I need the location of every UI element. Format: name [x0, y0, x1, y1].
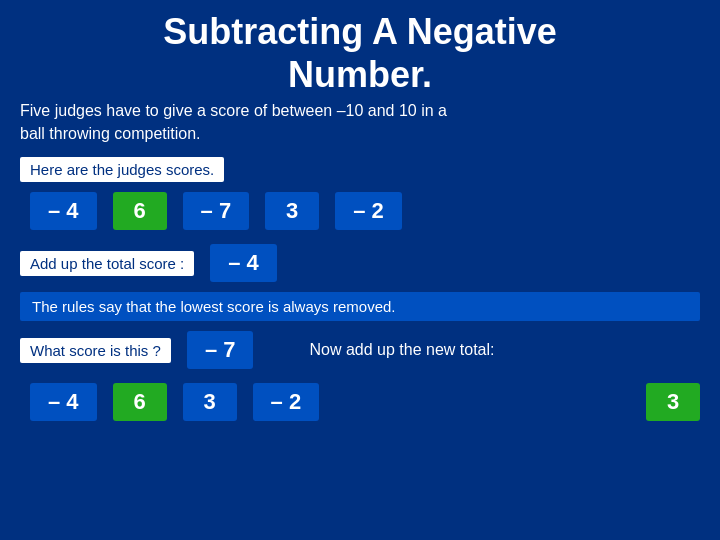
new-total-box: 3: [646, 383, 700, 421]
remaining-score-1: – 4: [30, 383, 97, 421]
judges-scores-label: Here are the judges scores.: [20, 157, 224, 182]
what-score-row: What score is this ? – 7 Now add up the …: [20, 331, 700, 369]
score-box-4: 3: [265, 192, 319, 230]
judges-scores-section: Here are the judges scores. – 4 6 – 7 3 …: [20, 157, 700, 234]
remaining-score-3: 3: [183, 383, 237, 421]
score-box-3: – 7: [183, 192, 250, 230]
score-box-2: 6: [113, 192, 167, 230]
page-container: Subtracting A Negative Number. Five judg…: [0, 0, 720, 540]
subtitle-line2: ball throwing competition.: [20, 125, 201, 142]
title-line2: Number.: [288, 54, 432, 95]
rules-bar: The rules say that the lowest score is a…: [20, 292, 700, 321]
now-add-label: Now add up the new total:: [309, 341, 494, 359]
bottom-row: – 4 6 3 – 2 3: [20, 383, 700, 421]
total-label: Add up the total score :: [20, 251, 194, 276]
judges-scores-row: – 4 6 – 7 3 – 2: [30, 192, 700, 230]
remaining-scores-row: – 4 6 3 – 2: [30, 383, 319, 421]
title-line1: Subtracting A Negative: [163, 11, 556, 52]
what-score-label: What score is this ?: [20, 338, 171, 363]
new-total-area: 3: [646, 383, 700, 421]
title-block: Subtracting A Negative Number. Five judg…: [20, 10, 700, 145]
what-score-value: – 7: [187, 331, 254, 369]
subtitle-line1: Five judges have to give a score of betw…: [20, 102, 447, 119]
main-title: Subtracting A Negative Number.: [20, 10, 700, 96]
score-box-1: – 4: [30, 192, 97, 230]
total-row: Add up the total score : – 4: [20, 244, 700, 282]
total-value: – 4: [210, 244, 277, 282]
remaining-score-4: – 2: [253, 383, 320, 421]
remaining-score-2: 6: [113, 383, 167, 421]
subtitle: Five judges have to give a score of betw…: [20, 100, 700, 145]
score-box-5: – 2: [335, 192, 402, 230]
